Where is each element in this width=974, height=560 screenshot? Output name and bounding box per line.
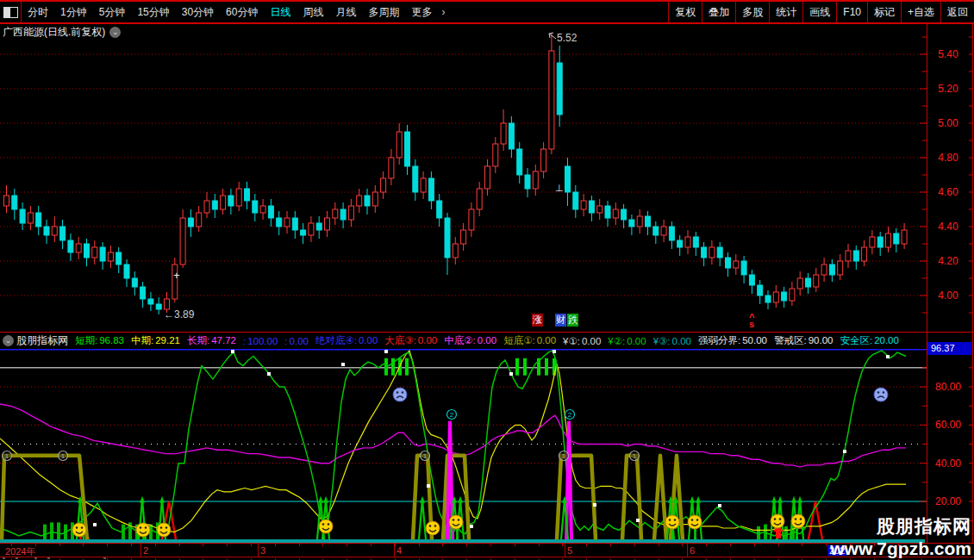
candle xyxy=(197,213,202,227)
candle xyxy=(461,230,466,244)
green-spike-arrow-icon xyxy=(791,496,796,503)
toolbar-button[interactable]: 多股 xyxy=(735,2,769,22)
olive-shape xyxy=(654,456,666,540)
toolbar-button[interactable]: 叠加 xyxy=(702,2,735,22)
sad-face-icon xyxy=(393,388,407,401)
toolbar-button[interactable]: +自选 xyxy=(901,2,940,22)
candle xyxy=(284,218,290,227)
indicator-field: 中底②:0.00 xyxy=(444,334,496,347)
candlestick-plot[interactable]: 5.405.205.004.804.604.404.204.005.52←3.8… xyxy=(0,24,974,332)
circle2-marker: 2 xyxy=(447,410,457,420)
toolbar-item[interactable]: 分时 xyxy=(22,5,54,20)
indicator-field: 警戒区:90.00 xyxy=(774,334,833,347)
svg-text:1: 1 xyxy=(5,452,9,460)
axis-tick xyxy=(83,544,84,546)
indicator-panel: ⌄ 股朋指标网 短期:96.83中期:29.21长期:47.72:100.00:… xyxy=(0,332,974,543)
toolbar-item[interactable]: 日线 xyxy=(264,5,297,20)
candle xyxy=(396,132,402,158)
candle xyxy=(541,149,546,171)
indicator-field-value: 29.21 xyxy=(155,335,180,345)
cutoff-ui-fragment xyxy=(47,557,50,559)
smiley-icon xyxy=(791,514,805,528)
indicator-field-value: 0.00 xyxy=(359,335,378,345)
smiley-icon xyxy=(665,515,679,529)
high-price-annotation: 5.52 xyxy=(557,32,578,44)
candle xyxy=(44,227,49,235)
white-square-marker xyxy=(470,525,473,528)
candle xyxy=(829,264,834,275)
toolbar-button[interactable]: 复权 xyxy=(668,2,702,22)
circle1-marker: 1 xyxy=(421,451,430,461)
candle xyxy=(749,275,754,285)
toolbar-item[interactable]: 月线 xyxy=(329,5,362,20)
toolbar-item[interactable]: 30分钟 xyxy=(176,5,220,20)
candlestick-chart-area[interactable]: 5.405.205.004.804.604.404.204.005.52←3.8… xyxy=(0,24,974,332)
indicator-field: 短底①:0.00 xyxy=(503,334,556,347)
indicator-field-value: 0.00 xyxy=(478,335,496,345)
toolbar-button[interactable]: 画线 xyxy=(802,2,836,22)
price-axis-label: 5.00 xyxy=(938,117,958,129)
toolbar-button[interactable]: 返回 xyxy=(940,2,974,22)
candle xyxy=(221,196,226,209)
indicator-field-value: 20.00 xyxy=(874,335,899,345)
axis-tick xyxy=(515,544,515,546)
watermark-brand: 股朋指标网 xyxy=(830,514,971,538)
chevron-down-icon[interactable]: ⌄ xyxy=(3,335,14,346)
toolbar-item[interactable]: 5分钟 xyxy=(93,5,132,20)
svg-text:1: 1 xyxy=(423,452,428,460)
price-axis-label: 4.60 xyxy=(938,186,958,198)
candle xyxy=(180,218,185,264)
toolbar-item[interactable]: 15分钟 xyxy=(131,5,175,20)
candle xyxy=(76,244,81,252)
indicator-field-label: ¥②: xyxy=(608,336,625,346)
indicator-field-value: 0.00 xyxy=(537,335,556,345)
axis-tick xyxy=(682,544,683,546)
green-spike-arrow-icon xyxy=(771,496,777,503)
toolbar-button[interactable]: 统计 xyxy=(769,2,802,22)
axis-tick xyxy=(802,544,802,546)
indicator-field: :0.00 xyxy=(284,336,309,346)
green-bar xyxy=(523,358,527,376)
watermark: 股朋指标网 www.7gpzb.com xyxy=(830,514,971,559)
chevron-down-icon[interactable]: ⌄ xyxy=(109,27,121,38)
indicator-plot-area[interactable]: 80.0060.0040.0020.001111122 xyxy=(0,349,974,544)
white-square-marker xyxy=(93,523,97,526)
axis-tick xyxy=(730,544,731,546)
toolbar-button[interactable]: F10 xyxy=(836,2,867,22)
candle xyxy=(485,166,490,189)
indicator-header: ⌄ 股朋指标网 短期:96.83中期:29.21长期:47.72:100.00:… xyxy=(0,333,927,349)
toolbar-item[interactable]: 周线 xyxy=(297,5,329,20)
green-spike-arrow-icon xyxy=(797,496,802,503)
candle xyxy=(348,206,353,220)
indicator-field-label: 安全区: xyxy=(840,335,872,345)
green-spike-arrow-icon xyxy=(458,496,463,503)
candle xyxy=(389,158,394,178)
candle xyxy=(372,192,378,206)
toolbar-item[interactable]: 1分钟 xyxy=(54,5,93,20)
axis-tick xyxy=(131,544,132,546)
window-split-icon[interactable] xyxy=(3,7,18,18)
indicator-field-label: 绝对底④: xyxy=(315,335,357,345)
candle xyxy=(637,216,642,227)
green-spike-arrow-icon xyxy=(696,496,701,503)
toolbar-item[interactable]: 多周期 xyxy=(362,5,405,20)
axis-tick xyxy=(562,544,563,546)
toolbar-item[interactable]: 更多 xyxy=(405,5,438,20)
chevron-right-icon[interactable]: › xyxy=(438,6,448,18)
candle xyxy=(702,247,707,258)
candle xyxy=(877,237,883,247)
indicator-field-value: 90.00 xyxy=(809,335,834,345)
plus-marker-icon: + xyxy=(173,269,180,282)
chart-title-row[interactable]: 广西能源(日线.前复权) ⌄ xyxy=(3,25,121,40)
candles-layer xyxy=(4,34,908,314)
action-menu: 复权叠加多股统计画线F10标记+自选返回 xyxy=(668,2,974,22)
candle xyxy=(212,201,217,209)
white-square-marker xyxy=(427,484,430,488)
toolbar-button[interactable]: 标记 xyxy=(867,2,901,22)
candle xyxy=(517,149,522,175)
toolbar-item[interactable]: 60分钟 xyxy=(220,5,264,20)
candle xyxy=(68,240,73,252)
circle1-marker: 1 xyxy=(3,451,12,461)
date-label: 6 xyxy=(690,545,695,556)
indicator-plot[interactable]: 80.0060.0040.0020.001111122 xyxy=(0,349,974,544)
